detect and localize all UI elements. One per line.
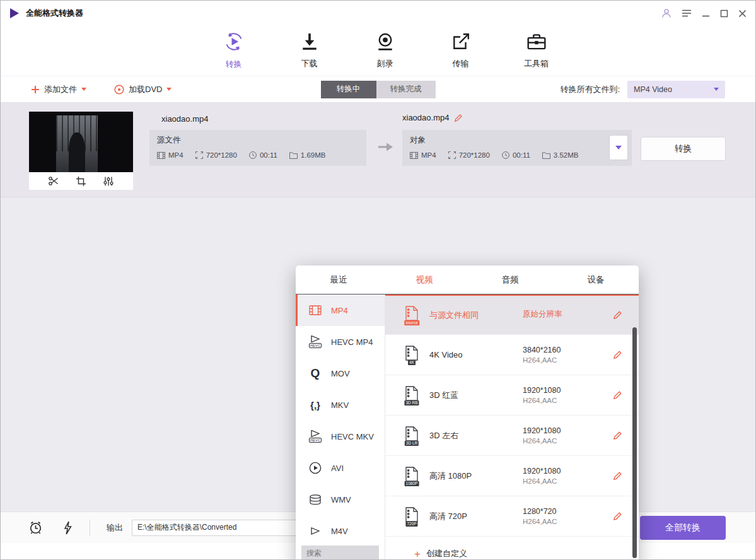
target-panel-title: 对象	[410, 135, 624, 146]
add-file-button[interactable]: 添加文件	[31, 84, 86, 95]
format-item-avi[interactable]: AVI	[296, 452, 385, 484]
main-nav: 转换 下载 刻录 传输 工具箱	[1, 26, 755, 76]
popup-tab-video[interactable]: 视频	[381, 265, 467, 294]
quicktime-q-icon: Q	[307, 366, 323, 380]
popup-tab-audio[interactable]: 音频	[467, 265, 553, 294]
format-item-mp4[interactable]: MP4	[296, 295, 385, 326]
convert-tab-icon	[224, 32, 244, 54]
film-roll-icon	[307, 494, 323, 505]
edit-preset-icon[interactable]	[613, 511, 622, 521]
format-label: WMV	[331, 495, 351, 505]
close-icon[interactable]	[738, 9, 747, 18]
source-info-panel: 源文件 MP4 720*1280 00:11 1.69MB	[149, 130, 366, 166]
convert-all-to-caret-icon	[714, 88, 719, 91]
format-label: MKV	[331, 400, 349, 410]
convert-all-button[interactable]: 全部转换	[640, 516, 726, 540]
highspeed-icon[interactable]	[63, 521, 72, 535]
main-area: xiaodao.mp4 源文件 MP4 720*1280 00:11 1.69M…	[1, 103, 755, 511]
convert-button[interactable]: 转换	[641, 137, 726, 161]
toolbar: 添加文件 加载DVD 转换中 转换完成 转换所有文件到: MP4 Video	[1, 76, 755, 103]
format-search-input[interactable]	[301, 545, 379, 560]
download-tab-icon	[301, 32, 318, 54]
preset-4k-icon: 4K	[403, 346, 421, 365]
tab-transfer-label: 传输	[453, 58, 469, 69]
popup-tab-device[interactable]: 设备	[553, 265, 639, 294]
video-thumbnail	[29, 112, 133, 172]
format-popup: 最近 视频 音频 设备 MP4 HEVC HEVC MP4	[296, 265, 639, 560]
effects-icon[interactable]	[103, 177, 113, 186]
target-file-name: xiaodao.mp4	[402, 113, 449, 122]
tab-toolbox[interactable]: 工具箱	[518, 32, 555, 69]
target-format-dropdown-button[interactable]	[609, 135, 628, 160]
load-dvd-caret-icon	[166, 88, 172, 91]
tab-burn[interactable]: 刻录	[367, 32, 404, 69]
tab-transfer[interactable]: 传输	[443, 32, 479, 69]
clip-tools	[29, 172, 133, 190]
edit-preset-icon[interactable]	[613, 390, 622, 400]
load-dvd-button[interactable]: 加载DVD	[114, 84, 172, 95]
create-custom-plus-icon: +	[414, 549, 421, 559]
convert-all-to-dropdown[interactable]: MP4 Video	[627, 81, 725, 98]
format-item-wmv[interactable]: WMV	[296, 484, 385, 515]
duration-icon	[502, 151, 509, 159]
create-custom-button[interactable]: + 创建自定义	[385, 537, 639, 560]
format-icon	[410, 152, 418, 159]
preset-item-same-as-source[interactable]: source 与源文件相同 原始分辨率	[385, 295, 639, 335]
format-item-mov[interactable]: Q MOV	[296, 358, 385, 389]
preset-item-1080p[interactable]: 1080P 高清 1080P 1920*1080H264,AAC	[385, 456, 639, 496]
divider	[90, 520, 90, 536]
preset-item-3d-redblue[interactable]: 3D RB 3D 红蓝 1920*1080H264,AAC	[385, 375, 639, 416]
tab-toolbox-label: 工具箱	[524, 58, 549, 69]
preset-item-720p[interactable]: 720P 高清 720P 1280*720H264,AAC	[385, 496, 639, 537]
mp4-film-icon	[307, 305, 323, 315]
app-window: 全能格式转换器	[0, 0, 756, 560]
tab-download[interactable]: 下载	[291, 32, 328, 69]
popup-tab-recent[interactable]: 最近	[296, 265, 381, 294]
preset-item-4k[interactable]: 4K 4K Video 3840*2160H264,AAC	[385, 335, 639, 375]
minimize-icon[interactable]	[702, 9, 710, 18]
tab-converting[interactable]: 转换中	[321, 81, 376, 98]
format-item-hevc-mp4[interactable]: HEVC HEVC MP4	[296, 326, 385, 358]
size-icon	[289, 152, 298, 159]
source-format: MP4	[168, 151, 183, 159]
format-item-m4v[interactable]: M4V	[296, 515, 385, 540]
format-label: HEVC MKV	[331, 432, 374, 441]
burn-tab-icon	[376, 32, 395, 54]
resolution-icon	[195, 151, 203, 159]
edit-preset-icon[interactable]	[613, 310, 622, 320]
crop-icon[interactable]	[76, 177, 86, 186]
app-title: 全能格式转换器	[26, 8, 83, 19]
preset-source-icon: source	[403, 306, 421, 325]
source-size: 1.69MB	[301, 151, 326, 159]
edit-preset-icon[interactable]	[613, 471, 622, 481]
preset-1080p-icon: 1080P	[403, 467, 421, 486]
tab-converted[interactable]: 转换完成	[376, 81, 436, 98]
tab-convert[interactable]: 转换	[216, 32, 252, 70]
format-item-hevc-mkv[interactable]: HEVC HEVC MKV	[296, 421, 385, 452]
maximize-icon[interactable]	[720, 9, 728, 18]
rename-edit-icon[interactable]	[454, 114, 463, 122]
edit-preset-icon[interactable]	[613, 431, 622, 440]
size-icon	[542, 152, 550, 159]
preset-panel: source 与源文件相同 原始分辨率 4K 4K Video 3840*216…	[385, 295, 639, 560]
app-logo-icon	[9, 8, 21, 19]
schedule-icon[interactable]	[28, 520, 43, 535]
target-format: MP4	[421, 151, 436, 159]
format-item-mkv[interactable]: {,} MKV	[296, 389, 385, 421]
target-format-caret-icon	[615, 146, 622, 149]
preset-item-3d-leftright[interactable]: 3D LR 3D 左右 1920*1080H264,AAC	[385, 416, 639, 456]
hevc-play-icon: HEVC	[307, 335, 323, 348]
format-label: M4V	[331, 527, 348, 536]
target-duration: 00:11	[513, 151, 530, 159]
user-icon[interactable]	[661, 8, 672, 18]
popup-scrollbar-thumb[interactable]	[632, 327, 637, 558]
menu-icon[interactable]	[682, 9, 692, 18]
source-duration: 00:11	[260, 151, 277, 159]
add-file-icon	[31, 85, 40, 94]
source-resolution: 720*1280	[206, 151, 237, 159]
add-file-caret-icon	[81, 88, 86, 91]
preset-720p-icon: 720P	[403, 507, 421, 526]
popup-tabs: 最近 视频 音频 设备	[296, 265, 639, 295]
cut-icon[interactable]	[49, 177, 59, 185]
edit-preset-icon[interactable]	[613, 350, 622, 359]
